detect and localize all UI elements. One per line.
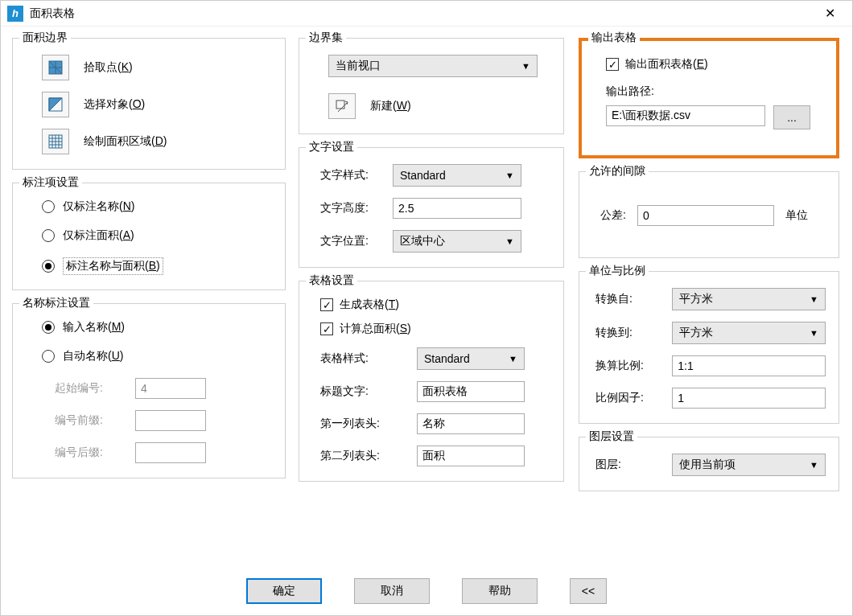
output-path-input[interactable] xyxy=(606,105,765,126)
browse-button[interactable]: ... xyxy=(773,105,810,129)
chevron-down-icon: ▼ xyxy=(810,460,818,470)
legend-annotation-settings: 标注项设置 xyxy=(19,175,82,190)
legend-boundary-set: 边界集 xyxy=(306,31,346,45)
suffix-label: 编号后缀: xyxy=(55,446,135,460)
content-area: 面积边界 拾取点(K) 选择对象(O) xyxy=(1,27,852,570)
help-button[interactable]: 帮助 xyxy=(462,578,538,604)
legend-output-table: 输出表格 xyxy=(588,31,640,45)
generate-table-checkbox[interactable]: 生成表格(T) xyxy=(320,298,399,312)
radio-icon xyxy=(42,229,55,242)
output-path-label: 输出路径: xyxy=(606,84,823,99)
cancel-button[interactable]: 取消 xyxy=(354,578,430,604)
title-text-input[interactable] xyxy=(417,381,525,402)
radio-icon xyxy=(42,200,55,213)
chevron-down-icon: ▼ xyxy=(810,328,818,338)
layer-select[interactable]: 使用当前项 ▼ xyxy=(672,454,826,476)
radio-name-only[interactable]: 仅标注名称(N) xyxy=(42,199,272,214)
convert-to-label: 转换到: xyxy=(595,326,672,340)
tolerance-label: 公差: xyxy=(600,208,626,223)
text-style-select[interactable]: Standard ▼ xyxy=(393,164,521,187)
text-position-select[interactable]: 区域中心 ▼ xyxy=(393,230,521,253)
app-icon: h xyxy=(7,6,23,22)
pick-point-icon[interactable] xyxy=(42,55,69,80)
text-height-label: 文字高度: xyxy=(320,201,393,216)
checkbox-icon xyxy=(606,58,619,71)
dialog-window: h 面积表格 ✕ 面积边界 拾取点(K) xyxy=(0,0,853,616)
ok-button[interactable]: 确定 xyxy=(246,578,322,604)
start-number-input xyxy=(135,378,206,399)
group-units-scale: 单位与比例 转换自: 平方米 ▼ 转换到: 平方米 ▼ xyxy=(579,271,839,424)
group-text-settings: 文字设置 文字样式: Standard ▼ 文字高度: 文字位置: xyxy=(299,147,564,268)
titlebar: h 面积表格 ✕ xyxy=(1,1,852,27)
legend-text-settings: 文字设置 xyxy=(306,140,357,154)
button-bar: 确定 取消 帮助 << xyxy=(1,578,852,604)
col1-header-input[interactable] xyxy=(417,413,525,434)
radio-area-only[interactable]: 仅标注面积(A) xyxy=(42,228,272,243)
title-text-label: 标题文字: xyxy=(320,384,417,399)
legend-units-scale: 单位与比例 xyxy=(586,264,649,278)
legend-name-annotation: 名称标注设置 xyxy=(19,296,93,310)
table-style-select[interactable]: Standard ▼ xyxy=(417,347,525,370)
new-boundary-icon[interactable] xyxy=(328,93,356,119)
select-object-icon[interactable] xyxy=(42,92,69,117)
chevron-down-icon: ▼ xyxy=(505,170,514,180)
group-layer-settings: 图层设置 图层: 使用当前项 ▼ xyxy=(579,437,839,491)
group-annotation-settings: 标注项设置 仅标注名称(N) 仅标注面积(A) 标注名称与面积(B) xyxy=(12,183,286,290)
viewport-select-value: 当前视口 xyxy=(336,59,381,73)
legend-allowed-gap: 允许的间隙 xyxy=(586,164,649,179)
tolerance-input[interactable] xyxy=(637,205,774,226)
legend-table-settings: 表格设置 xyxy=(306,273,357,288)
collapse-button[interactable]: << xyxy=(570,578,607,604)
checkbox-icon xyxy=(320,322,333,335)
new-boundary-label[interactable]: 新建(W) xyxy=(370,99,411,113)
chevron-down-icon: ▼ xyxy=(509,354,517,363)
group-area-boundary: 面积边界 拾取点(K) 选择对象(O) xyxy=(12,38,286,170)
radio-input-name[interactable]: 输入名称(M) xyxy=(42,320,272,335)
pick-point-label[interactable]: 拾取点(K) xyxy=(84,60,133,75)
close-icon[interactable]: ✕ xyxy=(814,2,846,25)
text-position-label: 文字位置: xyxy=(320,234,393,248)
convert-from-select[interactable]: 平方米 ▼ xyxy=(672,288,826,310)
draw-region-icon[interactable] xyxy=(42,129,69,154)
suffix-input xyxy=(135,442,206,463)
col2-header-label: 第二列表头: xyxy=(320,449,417,463)
layer-label: 图层: xyxy=(595,458,672,472)
radio-name-and-area[interactable]: 标注名称与面积(B) xyxy=(42,257,272,275)
col1-header-label: 第一列表头: xyxy=(320,417,417,431)
dialog-title: 面积表格 xyxy=(30,6,814,21)
chevron-down-icon: ▼ xyxy=(810,294,818,304)
conversion-ratio-label: 换算比例: xyxy=(595,359,672,373)
start-number-label: 起始编号: xyxy=(55,381,135,396)
draw-region-label[interactable]: 绘制面积区域(D) xyxy=(84,134,167,149)
text-height-input[interactable] xyxy=(393,198,521,219)
checkbox-icon xyxy=(320,298,333,311)
convert-to-select[interactable]: 平方米 ▼ xyxy=(672,322,826,344)
group-table-settings: 表格设置 生成表格(T) 计算总面积(S) xyxy=(299,281,564,482)
radio-icon xyxy=(42,260,55,273)
chevron-down-icon: ▼ xyxy=(521,61,530,71)
viewport-select[interactable]: 当前视口 ▼ xyxy=(328,55,538,77)
scale-factor-input[interactable] xyxy=(672,388,826,409)
convert-from-label: 转换自: xyxy=(595,292,672,306)
group-allowed-gap: 允许的间隙 公差: 单位 xyxy=(579,171,839,258)
group-output-table: 输出表格 输出面积表格(E) 输出路径: ... xyxy=(579,38,839,158)
tolerance-unit: 单位 xyxy=(785,208,808,223)
scale-factor-label: 比例因子: xyxy=(595,391,672,405)
group-name-annotation: 名称标注设置 输入名称(M) 自动名称(U) 起始编号: xyxy=(12,303,286,478)
radio-icon xyxy=(42,350,55,363)
calc-total-checkbox[interactable]: 计算总面积(S) xyxy=(320,322,411,336)
svg-rect-12 xyxy=(336,101,344,109)
export-table-checkbox[interactable]: 输出面积表格(E) xyxy=(606,57,708,72)
select-object-label[interactable]: 选择对象(O) xyxy=(84,97,145,112)
prefix-input xyxy=(135,410,206,431)
prefix-label: 编号前缀: xyxy=(55,413,135,428)
text-style-label: 文字样式: xyxy=(320,168,393,183)
col2-header-input[interactable] xyxy=(417,446,525,466)
group-boundary-set: 边界集 当前视口 ▼ 新建(W) xyxy=(299,38,564,134)
radio-icon xyxy=(42,321,55,334)
conversion-ratio-input[interactable] xyxy=(672,355,826,376)
legend-area-boundary: 面积边界 xyxy=(19,31,71,45)
radio-auto-name[interactable]: 自动名称(U) xyxy=(42,349,272,363)
legend-layer-settings: 图层设置 xyxy=(586,429,637,444)
table-style-label: 表格样式: xyxy=(320,351,417,366)
